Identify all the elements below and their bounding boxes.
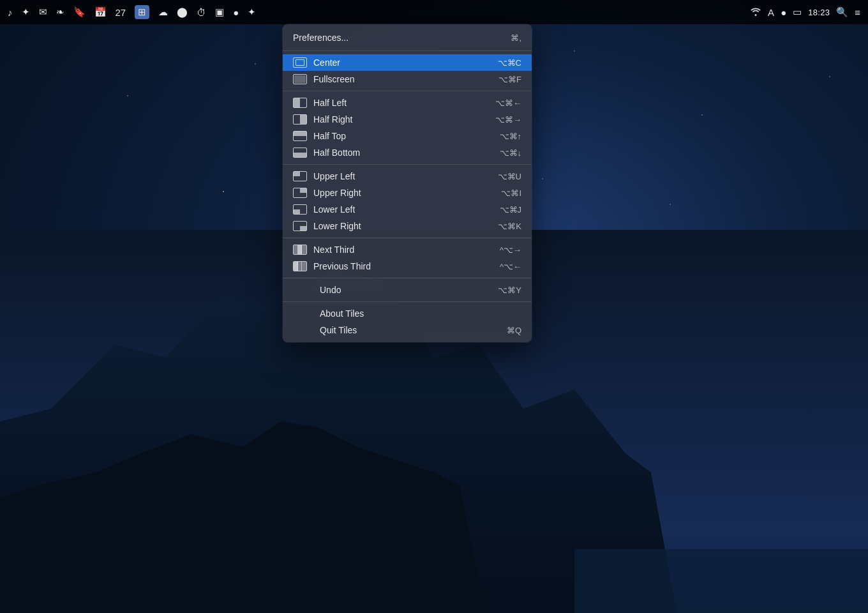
dot-icon[interactable]: ●: [233, 7, 239, 18]
time-machine-icon[interactable]: ⏱: [197, 7, 206, 18]
tiles-dropdown-menu: Preferences... ⌘, Center ⌥⌘C Fullscreen …: [283, 24, 532, 342]
half-right-icon: [293, 114, 307, 125]
cloud-icon[interactable]: ☁: [158, 6, 168, 18]
undo-label: Undo: [320, 285, 498, 295]
separator-3: [283, 164, 532, 165]
center-menu-item[interactable]: Center ⌥⌘C: [283, 54, 532, 71]
separator-6: [283, 301, 532, 302]
lower-left-icon: [293, 204, 307, 215]
half-top-shortcut: ⌥⌘↑: [500, 132, 522, 141]
next-third-menu-item[interactable]: Next Third ^⌥→: [283, 241, 532, 258]
upper-right-icon: [293, 188, 307, 198]
separator-1: [283, 50, 532, 51]
prev-third-icon: [293, 261, 307, 271]
bookmark-icon[interactable]: 🔖: [73, 6, 86, 18]
evernote-icon[interactable]: ✉: [39, 6, 47, 18]
preferences-shortcut: ⌘,: [511, 33, 521, 43]
lower-right-label: Lower Right: [313, 221, 498, 231]
separator-5: [283, 278, 532, 278]
circle-icon[interactable]: ●: [781, 7, 786, 18]
tiles-icon[interactable]: ⊞: [135, 5, 149, 19]
center-label: Center: [313, 57, 498, 68]
center-shortcut: ⌥⌘C: [498, 58, 521, 68]
prev-third-label: Previous Third: [313, 261, 500, 271]
upper-left-label: Upper Left: [313, 171, 498, 181]
calendar-number-icon[interactable]: 27: [116, 7, 126, 18]
half-top-menu-item[interactable]: Half Top ⌥⌘↑: [283, 128, 532, 144]
half-right-shortcut: ⌥⌘→: [495, 115, 521, 125]
half-left-shortcut: ⌥⌘←: [495, 98, 521, 108]
undo-shortcut: ⌥⌘Y: [498, 285, 521, 295]
clock: 18:23: [808, 8, 830, 17]
quit-tiles-menu-item[interactable]: Quit Tiles ⌘Q: [283, 322, 532, 338]
next-third-icon: [293, 245, 307, 255]
next-third-label: Next Third: [313, 245, 500, 255]
wifi-icon[interactable]: [750, 7, 761, 18]
upper-right-label: Upper Right: [313, 188, 501, 198]
separator-4: [283, 238, 532, 238]
control-center-icon[interactable]: ≡: [855, 7, 860, 18]
preferences-menu-item[interactable]: Preferences... ⌘,: [283, 28, 532, 47]
upper-right-shortcut: ⌥⌘I: [501, 188, 521, 198]
music-icon[interactable]: ♪: [8, 7, 13, 18]
quit-tiles-label: Quit Tiles: [320, 325, 507, 335]
upper-left-shortcut: ⌥⌘U: [498, 172, 521, 181]
svg-rect-4: [574, 549, 868, 613]
menubar-right-icons: A ● ▭ 18:23 🔍 ≡: [750, 6, 860, 18]
half-bottom-icon: [293, 148, 307, 158]
half-right-label: Half Right: [313, 114, 495, 125]
search-icon[interactable]: 🔍: [836, 6, 848, 18]
fullscreen-icon: [293, 74, 307, 84]
prev-third-menu-item[interactable]: Previous Third ^⌥←: [283, 258, 532, 275]
preferences-label: Preferences...: [293, 33, 348, 43]
lower-right-icon: [293, 221, 307, 231]
half-top-icon: [293, 131, 307, 141]
bluetooth-icon[interactable]: ✦: [248, 6, 256, 18]
half-left-icon: [293, 98, 307, 108]
dropbox-icon[interactable]: ✦: [22, 6, 30, 18]
lower-left-label: Lower Left: [313, 204, 500, 215]
lower-left-menu-item[interactable]: Lower Left ⌥⌘J: [283, 201, 532, 218]
calendar-icon[interactable]: 📅: [94, 6, 107, 18]
half-right-menu-item[interactable]: Half Right ⌥⌘→: [283, 111, 532, 128]
oval-icon[interactable]: ⬤: [177, 6, 188, 18]
about-tiles-menu-item[interactable]: About Tiles: [283, 305, 532, 322]
lower-right-menu-item[interactable]: Lower Right ⌥⌘K: [283, 218, 532, 234]
battery-icon[interactable]: ▭: [793, 6, 802, 18]
fullscreen-menu-item[interactable]: Fullscreen ⌥⌘F: [283, 71, 532, 87]
lower-left-shortcut: ⌥⌘J: [500, 205, 522, 215]
leaf-icon[interactable]: ❧: [56, 6, 64, 18]
about-tiles-label: About Tiles: [320, 308, 521, 319]
fullscreen-shortcut: ⌥⌘F: [498, 75, 521, 84]
half-left-label: Half Left: [313, 98, 495, 108]
menubar: ♪ ✦ ✉ ❧ 🔖 📅 27 ⊞ ☁ ⬤ ⏱ ▣ ● ✦ A ● ▭ 18:23…: [0, 0, 868, 24]
undo-menu-item[interactable]: Undo ⌥⌘Y: [283, 282, 532, 298]
fullscreen-label: Fullscreen: [313, 74, 498, 84]
half-top-label: Half Top: [313, 131, 500, 141]
lower-right-shortcut: ⌥⌘K: [498, 222, 521, 231]
upper-left-menu-item[interactable]: Upper Left ⌥⌘U: [283, 168, 532, 185]
upper-left-icon: [293, 171, 307, 181]
half-bottom-menu-item[interactable]: Half Bottom ⌥⌘↓: [283, 144, 532, 161]
half-bottom-shortcut: ⌥⌘↓: [500, 148, 522, 158]
next-third-shortcut: ^⌥→: [500, 245, 521, 255]
upper-right-menu-item[interactable]: Upper Right ⌥⌘I: [283, 185, 532, 201]
keyboard-icon[interactable]: A: [768, 7, 774, 18]
half-bottom-label: Half Bottom: [313, 148, 500, 158]
prev-third-shortcut: ^⌥←: [500, 262, 521, 271]
menubar-left-icons: ♪ ✦ ✉ ❧ 🔖 📅 27 ⊞ ☁ ⬤ ⏱ ▣ ● ✦: [8, 5, 256, 19]
separator-2: [283, 91, 532, 91]
quit-tiles-shortcut: ⌘Q: [507, 326, 521, 335]
center-icon: [293, 57, 307, 68]
half-left-menu-item[interactable]: Half Left ⌥⌘←: [283, 95, 532, 111]
window-icon[interactable]: ▣: [215, 6, 224, 18]
